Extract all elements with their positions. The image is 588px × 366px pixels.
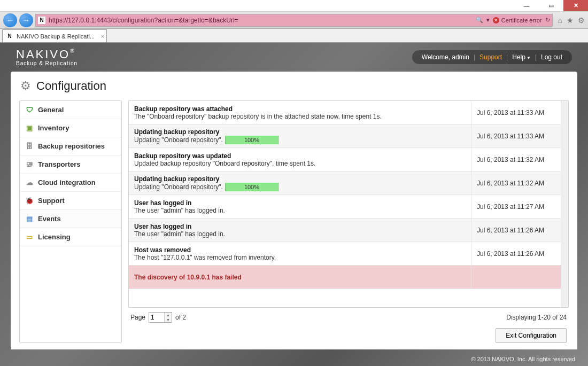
sidebar-item-label: Cloud integration [38,178,96,186]
event-timestamp: Jul 6, 2013 at 11:27 AM [471,195,561,218]
page-label: Page [130,314,145,321]
address-bar[interactable]: N https://127.0.0.1:4443/c/configuration… [35,14,553,27]
sidebar-item-label: Events [38,215,61,223]
user-bar: Welcome, admin | Support | Help▼ | Log o… [412,50,572,64]
exit-configuration-button[interactable]: Exit Configuration [496,328,567,343]
welcome-text: Welcome, admin [422,53,469,61]
browser-tab[interactable]: N NAKIVO Backup & Replicati... × [2,29,107,42]
sidebar-item-transporters[interactable]: 🖳Transporters [20,155,121,174]
tab-close-icon[interactable]: × [101,33,104,40]
event-row[interactable]: User has logged inThe user "admin" has l… [129,195,561,219]
event-timestamp: Jul 6, 2013 at 11:33 AM [471,101,561,124]
event-timestamp: Jul 6, 2013 at 11:32 AM [471,148,561,171]
sidebar-item-inventory[interactable]: ▣Inventory [20,119,121,137]
event-description: Updating "Onboard repository".100% [134,183,466,191]
page-of-label: of 2 [175,314,186,321]
back-button[interactable]: ← [3,13,17,27]
help-menu[interactable]: Help▼ [512,53,531,61]
event-description: The host "127.0.0.1" was removed from in… [134,254,466,261]
event-row[interactable]: Backup repository was updatedUpdated bac… [129,148,561,172]
sidebar-item-backup-repositories[interactable]: 🗄Backup repositories [20,137,121,155]
backup-repositories-icon: 🗄 [25,142,34,151]
tab-favicon-icon: N [6,33,13,40]
minimize-button[interactable]: — [514,0,539,11]
progress-bar: 100% [225,136,278,144]
licensing-icon: ▭ [25,233,34,242]
event-title: The discovery of 10.9.0.1 has failed [134,274,466,281]
close-button[interactable]: ✕ [563,0,588,11]
main-column: Backup repository was attachedThe "Onboa… [128,100,569,343]
sidebar-item-events[interactable]: ▤Events [20,210,121,228]
event-row[interactable]: User has logged inThe user "admin" has l… [129,219,561,242]
event-title: Backup repository was updated [134,152,466,160]
app-header: NAKIVO® Backup & Replication Welcome, ad… [0,43,588,72]
general-icon: 🛡 [25,106,34,114]
sidebar-item-cloud-integration[interactable]: ☁Cloud integration [20,174,121,192]
scrollbar[interactable] [561,101,568,307]
sidebar-item-label: General [38,106,64,114]
event-description: The user "admin" has logged in. [134,207,466,214]
event-row[interactable]: Updating backup repositoryUpdating "Onbo… [129,172,561,195]
event-title: User has logged in [134,223,466,230]
page-up-icon[interactable]: ▲ [165,313,172,317]
sidebar-item-label: Support [38,197,65,205]
sidebar-item-label: Licensing [38,233,71,241]
browser-toolbar: ← → N https://127.0.0.1:4443/c/configura… [0,12,588,29]
event-timestamp: Jul 6, 2013 at 11:33 AM [471,124,561,147]
event-row[interactable]: The discovery of 10.9.0.1 has failed [129,266,561,289]
progress-bar: 100% [225,183,278,191]
favicon-icon: N [38,17,45,24]
event-timestamp [471,266,561,289]
event-title: Updating backup repository [134,128,466,136]
chevron-down-icon: ▼ [527,56,531,60]
favorites-icon[interactable]: ★ [567,16,574,25]
event-title: User has logged in [134,199,466,207]
page-title: Configuration [36,79,106,93]
event-description: Updating "Onboard repository".100% [134,136,466,144]
event-description: The user "admin" has logged in. [134,230,466,238]
refresh-icon[interactable]: ↻ [545,17,550,24]
page-input[interactable]: ▲ ▼ [149,312,172,323]
sidebar-item-licensing[interactable]: ▭Licensing [20,228,121,246]
toolbar-icons: ⌂ ★ ⚙ [555,16,585,25]
search-icon[interactable]: 🔍 [476,17,483,24]
cloud-integration-icon: ☁ [25,178,34,187]
panel-title-row: ⚙ Configuration [11,72,577,100]
sidebar: 🛡General▣Inventory🗄Backup repositories🖳T… [19,100,122,343]
app: NAKIVO® Backup & Replication Welcome, ad… [0,43,588,366]
url-text: https://127.0.0.1:4443/c/configuration?a… [49,17,473,24]
events-list: Backup repository was attachedThe "Onboa… [128,100,569,308]
logout-link[interactable]: Log out [541,53,562,61]
sidebar-item-support[interactable]: 🐞Support [20,192,121,210]
window-controls: — ▭ ✕ [0,0,588,12]
certificate-error[interactable]: ✕ Certificate error [493,17,542,24]
event-timestamp: Jul 6, 2013 at 11:26 AM [471,242,561,265]
forward-button[interactable]: → [19,13,33,27]
event-row[interactable]: Backup repository was attachedThe "Onboa… [129,101,561,124]
support-link[interactable]: Support [479,53,502,61]
sidebar-item-general[interactable]: 🛡General [20,101,121,119]
event-title: Backup repository was attached [134,105,466,113]
event-description: The "Onboard repository" backup reposito… [134,113,466,120]
inventory-icon: ▣ [25,124,34,133]
tab-title: NAKIVO Backup & Replicati... [17,33,95,40]
displaying-text: Displaying 1-20 of 24 [506,314,567,321]
gear-icon: ⚙ [20,79,31,93]
sidebar-item-label: Transporters [38,160,80,168]
event-description: Updated backup repository "Onboard repos… [134,160,466,167]
logo: NAKIVO® Backup & Replication [16,49,78,66]
transporters-icon: 🖳 [25,160,34,169]
settings-icon[interactable]: ⚙ [578,16,585,25]
event-row[interactable]: Host was removedThe host "127.0.0.1" was… [129,242,561,266]
home-icon[interactable]: ⌂ [558,16,562,25]
support-icon: 🐞 [25,197,34,205]
events-icon: ▤ [25,215,34,223]
event-title: Updating backup repository [134,175,466,183]
event-title: Host was removed [134,246,466,254]
page-down-icon[interactable]: ▼ [165,317,172,322]
maximize-button[interactable]: ▭ [539,0,563,11]
tab-strip: N NAKIVO Backup & Replicati... × [0,29,588,43]
page-number-field[interactable] [149,314,164,321]
content-panel: ⚙ Configuration 🛡General▣Inventory🗄Backu… [11,72,577,349]
event-row[interactable]: Updating backup repositoryUpdating "Onbo… [129,124,561,148]
